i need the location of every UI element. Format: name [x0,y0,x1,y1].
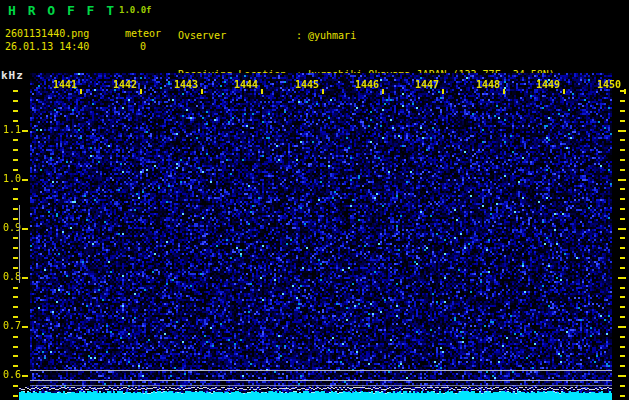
time-tick [261,89,263,94]
freq-minor-tick-left [13,100,18,102]
freq-minor-tick-right [620,346,625,348]
freq-major-tick-left [22,375,28,377]
time-label: 1443 [174,79,198,90]
freq-minor-tick-left [13,159,18,161]
time-label: 1447 [415,79,439,90]
freq-tick-label: 0.7 [0,320,21,331]
freq-minor-tick-left [13,169,18,171]
freq-minor-tick-right [620,395,625,397]
freq-major-tick-right [618,179,626,181]
freq-minor-tick-left [13,346,18,348]
freq-minor-tick-right [620,257,625,259]
freq-tick-label: 0.9 [0,222,21,233]
freq-minor-tick-right [620,336,625,338]
freq-major-tick-right [618,228,626,230]
freq-minor-tick-left [13,257,18,259]
time-tick [503,89,505,94]
freq-minor-tick-left [13,395,18,397]
hrofft-window: H R O F F T 1.0.0f 2601131440.png meteor… [0,0,629,400]
freq-tick-label: 1.1 [0,124,21,135]
time-tick [80,89,82,94]
freq-major-tick-right [618,277,626,279]
freq-minor-tick-left [13,267,18,269]
freq-minor-tick-right [620,218,625,220]
freq-tick-label: 1.0 [0,173,21,184]
freq-minor-tick-right [620,100,625,102]
time-tick [201,89,203,94]
freq-minor-tick-right [620,159,625,161]
freq-major-tick-left [22,179,28,181]
freq-major-tick-left [22,277,28,279]
plot-overlay: 1.11.00.90.80.70.61441144214431444144514… [0,0,629,400]
freq-minor-tick-right [620,120,625,122]
freq-minor-tick-right [620,247,625,249]
freq-major-tick-right [618,375,626,377]
freq-minor-tick-left [13,139,18,141]
time-tick [442,89,444,94]
freq-minor-tick-right [620,149,625,151]
freq-minor-tick-left [13,385,18,387]
time-label: 1446 [355,79,379,90]
time-tick [140,89,142,94]
freq-minor-tick-left [13,355,18,357]
freq-minor-tick-left [13,287,18,289]
freq-minor-tick-right [620,385,625,387]
time-label: 1441 [53,79,77,90]
freq-minor-tick-right [620,139,625,141]
time-tick [382,89,384,94]
freq-tick-label: 0.6 [0,369,21,380]
signal-meter-canvas [19,386,612,400]
time-label: 1444 [234,79,258,90]
freq-minor-tick-right [620,355,625,357]
freq-minor-tick-right [620,296,625,298]
time-label: 1448 [476,79,500,90]
scale-bar [19,205,20,283]
carrier-line [30,370,612,371]
time-tick [563,89,565,94]
freq-minor-tick-left [13,336,18,338]
freq-minor-tick-right [620,306,625,308]
freq-minor-tick-left [13,365,18,367]
freq-minor-tick-left [13,218,18,220]
freq-minor-tick-right [620,267,625,269]
freq-minor-tick-left [13,110,18,112]
freq-minor-tick-left [13,208,18,210]
freq-minor-tick-left [13,306,18,308]
time-tick [322,89,324,94]
freq-minor-tick-left [13,247,18,249]
freq-minor-tick-left [13,149,18,151]
freq-minor-tick-left [13,90,18,92]
freq-minor-tick-right [620,169,625,171]
freq-minor-tick-right [620,208,625,210]
time-label: 1450 [597,79,621,90]
freq-minor-tick-right [620,316,625,318]
freq-minor-tick-right [620,287,625,289]
freq-minor-tick-right [620,188,625,190]
carrier-line [30,380,612,381]
freq-minor-tick-left [13,198,18,200]
freq-minor-tick-left [13,188,18,190]
freq-minor-tick-left [13,316,18,318]
freq-minor-tick-left [13,237,18,239]
freq-minor-tick-right [620,237,625,239]
freq-major-tick-left [22,326,28,328]
freq-minor-tick-right [620,198,625,200]
freq-minor-tick-left [13,120,18,122]
freq-minor-tick-left [13,296,18,298]
freq-minor-tick-right [620,365,625,367]
time-tick [624,89,626,94]
freq-major-tick-left [22,228,28,230]
freq-tick-label: 0.8 [0,271,21,282]
freq-major-tick-left [22,130,28,132]
freq-minor-tick-right [620,110,625,112]
time-label: 1449 [536,79,560,90]
freq-major-tick-right [618,326,626,328]
time-label: 1442 [113,79,137,90]
time-label: 1445 [295,79,319,90]
freq-major-tick-right [618,130,626,132]
